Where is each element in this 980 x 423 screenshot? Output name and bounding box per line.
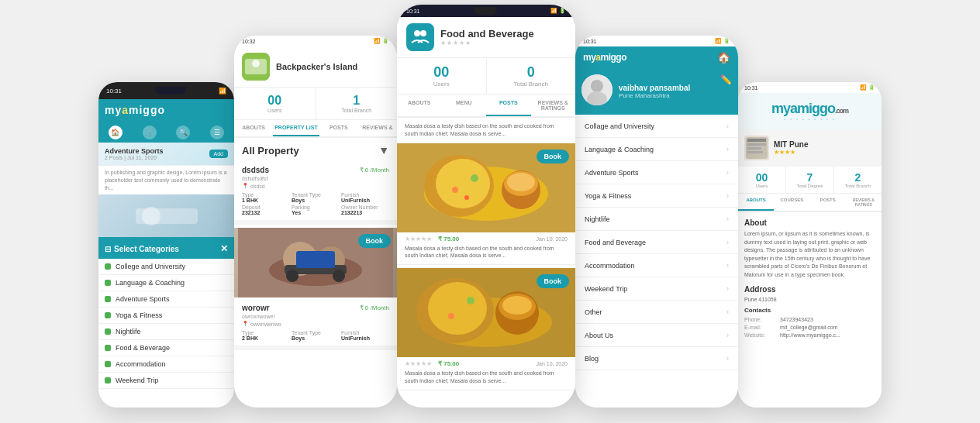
food-tab-menu[interactable]: MENU <box>442 95 487 116</box>
cat-list-language[interactable]: Language & Coaching › <box>575 138 738 161</box>
cat-list-nightlife[interactable]: Nightlife › <box>575 208 738 231</box>
phone3-time: 10:31 <box>406 9 420 14</box>
phone5-icons: 📶 🔋 <box>860 84 875 91</box>
phone-contact-row: Phone: 34723943423 <box>744 317 875 322</box>
cat-item-weekend[interactable]: Weekend Trip <box>98 373 234 389</box>
cat-item-college[interactable]: College and University <box>98 259 234 275</box>
tab-reviews[interactable]: REVIEWS & <box>358 120 397 136</box>
cat-item-adventure[interactable]: Adventure Sports <box>98 291 234 308</box>
cat-list-food[interactable]: Food and Beverage › <box>575 231 738 254</box>
mit-info: MIT Pune ★★★★ <box>774 140 808 156</box>
cat-item-food[interactable]: Food & Beverage <box>98 340 234 356</box>
website-value: http://www.myamiggo.c... <box>780 332 840 338</box>
cat-list-adventure[interactable]: Adventure Sports › <box>575 161 738 184</box>
phone-3-food: 10:31 📶 🔋 Food and Beverage ★★★★★ <box>397 5 575 408</box>
edit-icon[interactable]: ✏️ <box>720 74 732 85</box>
users-num: 00 <box>237 94 312 108</box>
profile-info: Backpacker's Island <box>276 62 357 71</box>
cat-dot <box>105 263 111 270</box>
cat-list-accommodation[interactable]: Accommodation › <box>575 254 738 277</box>
cat-list-college[interactable]: Collage and University › <box>575 115 738 138</box>
categories-overlay: ⊟ Select Categories ✕ College and Univer… <box>98 237 234 389</box>
food-tab-posts[interactable]: POSTS <box>486 95 531 116</box>
food-card-1-meta: ★★★★★ ₹ 75.00 Jan 10, 2020 <box>405 236 568 242</box>
cat-dot <box>105 377 111 383</box>
food-stars: ★★★★★ <box>440 40 534 46</box>
about-text: Lorem ipsum, or lipsum as it is sometime… <box>744 230 875 279</box>
phone4-header: myamiggo 🏠 <box>575 46 738 68</box>
cat-list-other[interactable]: Other › <box>575 301 738 324</box>
food-branches-label: Total Branch <box>493 81 570 88</box>
food-post-card-1: Book ★★★★★ ₹ 75.00 Jan 10, 2020 Masala d… <box>397 143 575 266</box>
cat-list-aboutus[interactable]: About Us › <box>575 324 738 347</box>
mit-tabs: ABOUTS COURSES POSTS REVIEWS & RATINGS <box>738 194 882 212</box>
arrow-icon: › <box>726 215 729 223</box>
cat-item-yoga[interactable]: Yoga & Fitness <box>98 308 234 324</box>
food-card-1-info: ★★★★★ ₹ 75.00 Jan 10, 2020 Masala dosa a… <box>397 232 575 265</box>
arrow-icon: › <box>726 308 729 316</box>
phone4-icons: 📶 🔋 <box>715 38 730 44</box>
close-button[interactable]: ✕ <box>220 243 228 254</box>
cat-dot <box>105 361 111 367</box>
prop2-book-button[interactable]: Book <box>358 234 392 248</box>
backpacker-profile-header: Backpacker's Island <box>234 46 397 88</box>
website-label: Website: <box>744 332 775 338</box>
post1-preview: Masala dosa a testy dish based on the so… <box>397 118 575 143</box>
arrow-icon: › <box>726 168 729 177</box>
nav-search-icon[interactable]: 🔍 <box>176 126 190 139</box>
prop1-furnish: Furnish UniFurnish <box>341 192 389 203</box>
phone4-time: 10:31 <box>583 39 597 44</box>
cat-item-language[interactable]: Language & Coaching <box>98 275 234 291</box>
location-icon: 📍 <box>242 183 249 189</box>
food-item2-desc: Masala dosa a testy dish based on the so… <box>405 370 568 385</box>
tab-property-list[interactable]: PROPERTY LIST <box>273 120 319 136</box>
tab-abouts[interactable]: ABOUTS <box>234 120 273 136</box>
home-icon[interactable]: 🏠 <box>717 51 730 64</box>
location-icon2: 📍 <box>242 321 249 327</box>
phone1-logo: myamiggo <box>105 104 165 116</box>
cat-item-nightlife[interactable]: Nightlife <box>98 324 234 340</box>
arrow-icon: › <box>726 261 729 270</box>
phone1-status-icons: 📶 <box>219 88 226 95</box>
prop1-price: ₹ 0 /Month <box>360 167 389 174</box>
mit-branch-label: Total Branch <box>836 184 880 188</box>
food-stats: 00 Users 0 Total Branch <box>397 58 575 95</box>
food-tab-abouts[interactable]: ABOUTS <box>397 95 442 116</box>
food-item-price: ₹ 75.00 <box>438 236 459 242</box>
cat-item-accommodation[interactable]: Accommodation <box>98 356 234 373</box>
phone5-bottom <box>738 401 882 408</box>
mit-tab-courses[interactable]: COURSES <box>774 194 809 211</box>
svg-point-36 <box>591 80 603 92</box>
nav-home-icon[interactable]: 🏠 <box>109 126 122 139</box>
filter-icon[interactable]: ▼ <box>378 144 389 156</box>
cat-dot <box>105 280 111 286</box>
cat-dot <box>105 345 111 351</box>
nav-menu-icon[interactable]: ☰ <box>210 126 224 139</box>
add-button[interactable]: Add <box>209 150 228 158</box>
cat-dot <box>105 312 111 318</box>
cat-list-weekend[interactable]: Weekend Trip › <box>575 277 738 301</box>
dummy-text: In publishing and graphic design, Lorem … <box>98 166 234 194</box>
food-tab-reviews[interactable]: REVIEWS & RATINGS <box>531 95 576 116</box>
mit-tab-abouts[interactable]: ABOUTS <box>738 194 774 211</box>
svg-point-14 <box>414 30 420 36</box>
food-card-2-info: ★★★★★ ₹ 75.00 Jan 10, 2020 Masala dosa a… <box>397 357 575 390</box>
food-users-stat: 00 Users <box>397 58 487 94</box>
mit-tab-reviews[interactable]: REVIEWS & RATINGS <box>846 194 882 211</box>
teal-profile-name: vaibhav pansambal <box>619 84 690 92</box>
nav-cart-icon[interactable]: 🛒 <box>143 126 157 139</box>
prop1-type: Type 1 BHK <box>242 192 290 203</box>
food-book-button-1[interactable]: Book <box>537 150 570 163</box>
phone-value: 34723943423 <box>780 317 813 322</box>
prop1-tenant: Tenant Type Boys <box>292 192 340 203</box>
food-book-button-2[interactable]: Book <box>537 274 570 288</box>
food-users-num: 00 <box>403 64 480 81</box>
mit-stats: 00 Users 7 Total Degree 2 Total Branch <box>738 167 882 194</box>
cat-list-blog[interactable]: Blog › <box>575 347 738 370</box>
mit-degree-num: 7 <box>788 171 832 184</box>
cat-list-yoga[interactable]: Yoga & Fitness › <box>575 184 738 208</box>
phone1-status-bar: 10:31 📶 <box>98 82 234 99</box>
mit-tab-posts[interactable]: POSTS <box>810 194 846 211</box>
tab-posts[interactable]: POSTS <box>319 120 358 136</box>
contacts-title: Contacts <box>744 307 875 314</box>
